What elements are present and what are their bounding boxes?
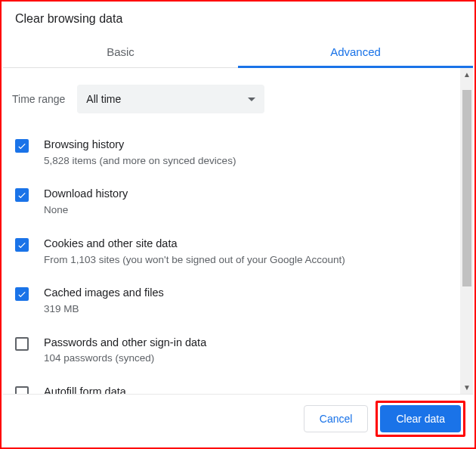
checkbox-cookies[interactable] bbox=[15, 238, 29, 252]
item-cached: Cached images and files 319 MB bbox=[12, 280, 451, 329]
item-desc: From 1,103 sites (you won't be signed ou… bbox=[44, 253, 451, 267]
chevron-down-icon bbox=[248, 98, 255, 101]
scroll-down-icon[interactable]: ▼ bbox=[461, 381, 473, 394]
checkbox-download-history[interactable] bbox=[15, 188, 29, 202]
scrollbar-track[interactable] bbox=[461, 81, 473, 381]
tabs: Basic Advanced bbox=[3, 36, 473, 68]
content: Time range All time Browsing history 5,8 bbox=[3, 68, 460, 394]
time-range-value: All time bbox=[86, 93, 121, 105]
checkbox-autofill[interactable] bbox=[15, 386, 29, 394]
checkbox-browsing-history[interactable] bbox=[15, 139, 29, 153]
item-label: Browsing history bbox=[44, 138, 451, 152]
time-range-row: Time range All time bbox=[12, 85, 451, 113]
dialog-footer: Cancel Clear data bbox=[3, 395, 473, 443]
time-range-label: Time range bbox=[12, 93, 65, 105]
checkbox-passwords[interactable] bbox=[15, 337, 29, 351]
item-passwords: Passwords and other sign-in data 104 pas… bbox=[12, 330, 451, 379]
highlight-annotation: Clear data bbox=[376, 401, 465, 437]
cancel-button[interactable]: Cancel bbox=[304, 405, 369, 432]
item-label: Cached images and files bbox=[44, 286, 451, 300]
item-label: Autofill form data bbox=[44, 385, 451, 394]
tab-basic[interactable]: Basic bbox=[3, 36, 238, 67]
scroll-area: Time range All time Browsing history 5,8 bbox=[3, 68, 473, 395]
data-type-list: Browsing history 5,828 items (and more o… bbox=[12, 132, 451, 394]
item-download-history: Download history None bbox=[12, 181, 451, 230]
scrollbar[interactable]: ▲ ▼ bbox=[460, 68, 473, 394]
item-cookies: Cookies and other site data From 1,103 s… bbox=[12, 231, 451, 280]
dialog-title: Clear browsing data bbox=[3, 8, 473, 36]
item-label: Download history bbox=[44, 187, 451, 201]
item-autofill: Autofill form data bbox=[12, 379, 451, 394]
item-browsing-history: Browsing history 5,828 items (and more o… bbox=[12, 132, 451, 181]
item-desc: None bbox=[44, 203, 451, 217]
item-desc: 104 passwords (synced) bbox=[44, 351, 451, 365]
clear-browsing-data-dialog: Clear browsing data Basic Advanced Time … bbox=[3, 8, 473, 443]
item-desc: 319 MB bbox=[44, 302, 451, 316]
item-label: Passwords and other sign-in data bbox=[44, 336, 451, 350]
item-label: Cookies and other site data bbox=[44, 237, 451, 251]
clear-data-button[interactable]: Clear data bbox=[380, 405, 461, 432]
time-range-select[interactable]: All time bbox=[77, 85, 264, 113]
dialog-frame: Clear browsing data Basic Advanced Time … bbox=[0, 0, 476, 449]
scrollbar-thumb[interactable] bbox=[462, 90, 471, 286]
item-desc: 5,828 items (and more on synced devices) bbox=[44, 154, 451, 168]
tab-advanced[interactable]: Advanced bbox=[238, 36, 473, 67]
scroll-up-icon[interactable]: ▲ bbox=[461, 68, 473, 81]
checkbox-cached[interactable] bbox=[15, 287, 29, 301]
